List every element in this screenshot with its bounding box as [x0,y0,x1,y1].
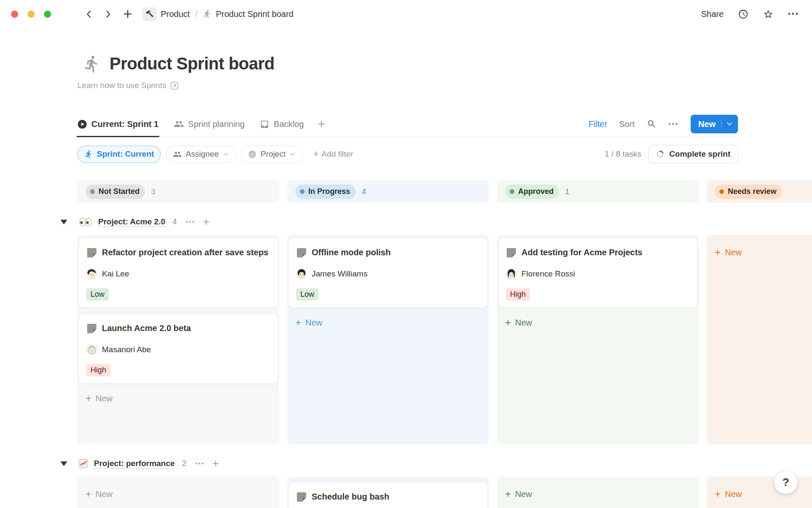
avatar [296,268,307,279]
page-runner-icon [203,9,212,19]
priority-badge: High [506,288,530,301]
complete-sprint-button[interactable]: Complete sprint [648,145,738,163]
breadcrumb-workspace[interactable]: Product [161,9,190,19]
add-filter-button[interactable]: + Add filter [313,149,353,159]
tab-sprint-planning[interactable]: Sprint planning [174,111,244,137]
backlog-box-icon [260,119,269,129]
plus-icon: + [715,247,721,257]
stack-needs-review: + New [707,235,812,444]
status-pill-approved[interactable]: Approved [505,185,559,199]
group-more-icon[interactable]: ••• [195,460,205,467]
stack-in-progress: Offline mode polish James Williams Low +… [287,235,489,444]
new-page-icon[interactable] [122,8,133,19]
column-count: 4 [362,187,366,196]
share-button[interactable]: Share [701,9,724,19]
project-filter-chip[interactable]: Project [241,146,302,163]
assignee-name: James Williams [312,269,368,279]
sidebar-toggle-icon[interactable] [62,10,73,18]
new-card-button[interactable]: + New [708,485,812,503]
breadcrumb-page[interactable]: Product Sprint board [216,9,294,19]
column-header-needs-review: Needs review [707,180,812,203]
priority-badge: Low [86,288,109,301]
chevron-down-icon [222,151,229,157]
task-card-testing[interactable]: Add testing for Acme Projects Florence R… [498,238,697,308]
sprint-board: Not Started 3 In Progress 4 Approved 1 N… [77,180,812,508]
add-view-icon[interactable] [317,119,326,129]
page-icon-runner[interactable] [82,55,101,73]
tab-current-sprint[interactable]: Current: Sprint 1 [77,111,159,137]
stack-approved: Add testing for Acme Projects Florence R… [497,235,699,444]
column-count: 3 [151,187,156,196]
plus-icon: + [313,149,318,159]
group-title[interactable]: Project: Acme 2.0 [98,217,165,226]
help-button[interactable]: ? [774,470,798,494]
group-count: 4 [173,217,177,226]
task-card-offline[interactable]: Offline mode polish James Williams Low [288,238,488,308]
nav-forward-icon[interactable] [103,9,113,19]
new-card-button[interactable]: + New [498,314,697,331]
status-pill-needs-review[interactable]: Needs review [715,185,782,199]
card-title: Offline mode polish [312,245,391,260]
group-more-icon[interactable]: ••• [186,218,195,225]
task-card-bugbash[interactable]: Schedule bug bash [288,482,488,508]
status-pill-not-started[interactable]: Not Started [85,185,145,199]
assignee-filter-chip[interactable]: Assignee [166,146,236,163]
runner-icon [84,150,93,159]
notion-window: Product / Product Sprint board Share •••… [0,0,812,508]
updates-clock-icon[interactable] [738,9,749,19]
column-header-in-progress: In Progress 4 [287,180,489,203]
group-add-icon[interactable]: + [203,216,210,228]
filter-bar: Sprint: Current Assignee Project + Add f… [77,145,738,163]
new-card-button[interactable]: + New [708,243,812,261]
sprint-current-chip[interactable]: Sprint: Current [77,146,161,163]
filter-button[interactable]: Filter [588,119,607,129]
nav-back-icon[interactable] [84,9,94,19]
breadcrumb: Product / Product Sprint board [143,7,294,21]
task-card-launch[interactable]: Launch Acme 2.0 beta Masanori Abe High [79,314,278,384]
chevron-down-icon[interactable] [726,120,738,128]
new-card-button[interactable]: + New [288,314,488,331]
avatar [86,344,97,355]
page-icon [506,247,517,258]
collapse-triangle-icon[interactable] [60,461,67,466]
learn-sprints-link[interactable]: Learn how to use Sprints [77,81,179,90]
group-acme-stacks: Refactor project creation after save ste… [77,235,812,444]
new-task-button[interactable]: New [691,115,738,133]
new-card-button[interactable]: + New [498,485,697,503]
view-options-icon[interactable]: ••• [669,120,679,128]
workspace-hammer-icon[interactable] [143,7,156,21]
close-window-button[interactable] [11,11,18,18]
page-icon [296,491,307,502]
plus-icon: + [715,489,721,499]
group-title[interactable]: Project: performance [94,459,175,468]
card-title: Launch Acme 2.0 beta [102,321,191,335]
people-icon [173,150,182,159]
status-dot [719,189,724,194]
minimize-window-button[interactable] [27,11,35,18]
tab-backlog[interactable]: Backlog [260,111,304,137]
chart-increasing-emoji-icon [78,458,88,469]
status-dot [510,189,514,194]
task-card-refactor[interactable]: Refactor project creation after save ste… [79,238,278,308]
group-add-icon[interactable]: + [212,458,219,469]
sort-button[interactable]: Sort [619,119,635,129]
new-card-button[interactable]: + New [79,485,278,503]
eyes-emoji-icon [78,217,93,227]
column-header-approved: Approved 1 [497,180,699,203]
favorite-star-icon[interactable] [763,9,774,19]
zoom-window-button[interactable] [44,11,51,18]
stack-not-started: Refactor project creation after save ste… [77,235,279,444]
group-header-performance: Project: performance 2 ••• + [60,456,812,471]
collapse-triangle-icon[interactable] [60,220,67,224]
page-title[interactable]: Product Sprint board [110,54,274,73]
assignee-name: Florence Rossi [521,269,575,279]
plus-icon: + [295,318,301,328]
card-title: Add testing for Acme Projects [521,245,642,260]
page-icon [296,247,307,258]
search-icon[interactable] [647,119,657,129]
plus-icon: + [85,393,91,403]
new-card-button[interactable]: + New [79,389,278,407]
status-pill-in-progress[interactable]: In Progress [295,185,356,199]
more-options-icon[interactable]: ••• [788,10,799,18]
window-topbar: Product / Product Sprint board Share ••• [0,0,812,28]
